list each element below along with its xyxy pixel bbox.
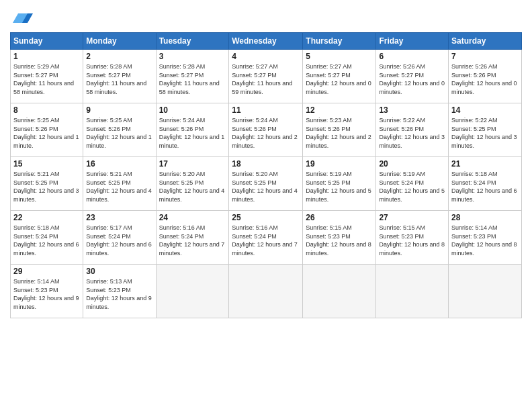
logo-icon xyxy=(13,7,33,27)
day-info: Sunrise: 5:22 AM Sunset: 5:25 PM Dayligh… xyxy=(451,116,519,150)
day-info: Sunrise: 5:24 AM Sunset: 5:26 PM Dayligh… xyxy=(232,116,300,150)
day-number: 18 xyxy=(232,159,300,169)
day-info: Sunrise: 5:26 AM Sunset: 5:27 PM Dayligh… xyxy=(379,62,445,96)
day-number: 27 xyxy=(379,213,445,222)
day-number: 13 xyxy=(379,105,445,115)
day-number: 9 xyxy=(86,105,152,115)
page: SundayMondayTuesdayWednesdayThursdayFrid… xyxy=(0,0,532,411)
day-info: Sunrise: 5:25 AM Sunset: 5:26 PM Dayligh… xyxy=(13,116,80,150)
day-of-week-header: Sunday xyxy=(11,33,83,50)
day-number: 11 xyxy=(232,105,300,115)
calendar-day-cell: 19 Sunrise: 5:19 AM Sunset: 5:25 PM Dayl… xyxy=(303,157,376,211)
day-info: Sunrise: 5:24 AM Sunset: 5:26 PM Dayligh… xyxy=(159,116,226,150)
day-info: Sunrise: 5:26 AM Sunset: 5:26 PM Dayligh… xyxy=(451,62,519,96)
day-number: 25 xyxy=(232,213,300,222)
day-number: 26 xyxy=(306,213,373,222)
day-of-week-header: Friday xyxy=(376,33,449,50)
day-info: Sunrise: 5:25 AM Sunset: 5:26 PM Dayligh… xyxy=(86,116,152,150)
day-info: Sunrise: 5:19 AM Sunset: 5:25 PM Dayligh… xyxy=(306,170,373,203)
day-number: 14 xyxy=(451,105,519,115)
day-info: Sunrise: 5:20 AM Sunset: 5:25 PM Dayligh… xyxy=(232,170,300,203)
day-number: 20 xyxy=(379,159,445,169)
day-info: Sunrise: 5:16 AM Sunset: 5:24 PM Dayligh… xyxy=(159,224,226,257)
day-of-week-header: Thursday xyxy=(303,33,376,50)
calendar-day-cell: 9 Sunrise: 5:25 AM Sunset: 5:26 PM Dayli… xyxy=(83,103,156,157)
calendar-day-cell: 23 Sunrise: 5:17 AM Sunset: 5:24 PM Dayl… xyxy=(83,211,156,265)
calendar-week-row: 29 Sunrise: 5:14 AM Sunset: 5:23 PM Dayl… xyxy=(11,265,522,318)
calendar-week-row: 1 Sunrise: 5:29 AM Sunset: 5:27 PM Dayli… xyxy=(11,50,522,103)
calendar-day-cell: 7 Sunrise: 5:26 AM Sunset: 5:26 PM Dayli… xyxy=(449,50,522,103)
day-number: 29 xyxy=(13,267,80,276)
day-info: Sunrise: 5:28 AM Sunset: 5:27 PM Dayligh… xyxy=(159,62,226,96)
day-info: Sunrise: 5:28 AM Sunset: 5:27 PM Dayligh… xyxy=(86,62,152,96)
day-info: Sunrise: 5:21 AM Sunset: 5:25 PM Dayligh… xyxy=(13,170,80,203)
day-number: 7 xyxy=(451,52,519,61)
day-info: Sunrise: 5:23 AM Sunset: 5:26 PM Dayligh… xyxy=(306,116,373,150)
day-info: Sunrise: 5:22 AM Sunset: 5:26 PM Dayligh… xyxy=(379,116,445,150)
calendar-day-cell xyxy=(376,265,449,318)
day-number: 5 xyxy=(306,52,373,61)
calendar-day-cell xyxy=(303,265,376,318)
day-number: 16 xyxy=(86,159,152,169)
day-info: Sunrise: 5:14 AM Sunset: 5:23 PM Dayligh… xyxy=(451,224,519,257)
day-info: Sunrise: 5:15 AM Sunset: 5:23 PM Dayligh… xyxy=(306,224,373,257)
day-of-week-header: Monday xyxy=(83,33,156,50)
calendar-day-cell xyxy=(449,265,522,318)
calendar-day-cell xyxy=(229,265,303,318)
calendar-week-row: 15 Sunrise: 5:21 AM Sunset: 5:25 PM Dayl… xyxy=(11,157,522,211)
day-info: Sunrise: 5:29 AM Sunset: 5:27 PM Dayligh… xyxy=(13,62,80,96)
calendar-day-cell: 16 Sunrise: 5:21 AM Sunset: 5:25 PM Dayl… xyxy=(83,157,156,211)
day-number: 28 xyxy=(451,213,519,222)
calendar-header-row: SundayMondayTuesdayWednesdayThursdayFrid… xyxy=(11,33,522,50)
calendar-day-cell: 2 Sunrise: 5:28 AM Sunset: 5:27 PM Dayli… xyxy=(83,50,156,103)
day-info: Sunrise: 5:16 AM Sunset: 5:24 PM Dayligh… xyxy=(232,224,300,257)
day-info: Sunrise: 5:20 AM Sunset: 5:25 PM Dayligh… xyxy=(159,170,226,203)
calendar-day-cell: 12 Sunrise: 5:23 AM Sunset: 5:26 PM Dayl… xyxy=(303,103,376,157)
day-number: 12 xyxy=(306,105,373,115)
calendar-day-cell: 27 Sunrise: 5:15 AM Sunset: 5:23 PM Dayl… xyxy=(376,211,449,265)
calendar-day-cell: 3 Sunrise: 5:28 AM Sunset: 5:27 PM Dayli… xyxy=(156,50,229,103)
day-info: Sunrise: 5:15 AM Sunset: 5:23 PM Dayligh… xyxy=(379,224,445,257)
calendar-day-cell: 24 Sunrise: 5:16 AM Sunset: 5:24 PM Dayl… xyxy=(156,211,229,265)
day-number: 4 xyxy=(232,52,300,61)
calendar-day-cell: 18 Sunrise: 5:20 AM Sunset: 5:25 PM Dayl… xyxy=(229,157,303,211)
day-number: 2 xyxy=(86,52,152,61)
day-number: 17 xyxy=(159,159,226,169)
day-number: 19 xyxy=(306,159,373,169)
calendar-day-cell: 13 Sunrise: 5:22 AM Sunset: 5:26 PM Dayl… xyxy=(376,103,449,157)
calendar-day-cell: 8 Sunrise: 5:25 AM Sunset: 5:26 PM Dayli… xyxy=(11,103,83,157)
day-number: 24 xyxy=(159,213,226,222)
day-number: 1 xyxy=(13,52,80,61)
calendar-day-cell: 29 Sunrise: 5:14 AM Sunset: 5:23 PM Dayl… xyxy=(11,265,83,318)
day-info: Sunrise: 5:27 AM Sunset: 5:27 PM Dayligh… xyxy=(232,62,300,96)
calendar-day-cell: 17 Sunrise: 5:20 AM Sunset: 5:25 PM Dayl… xyxy=(156,157,229,211)
calendar-day-cell: 25 Sunrise: 5:16 AM Sunset: 5:24 PM Dayl… xyxy=(229,211,303,265)
day-number: 21 xyxy=(451,159,519,169)
calendar-day-cell: 22 Sunrise: 5:18 AM Sunset: 5:24 PM Dayl… xyxy=(11,211,83,265)
day-number: 30 xyxy=(86,267,152,276)
calendar-day-cell: 11 Sunrise: 5:24 AM Sunset: 5:26 PM Dayl… xyxy=(229,103,303,157)
day-of-week-header: Saturday xyxy=(449,33,522,50)
calendar-day-cell xyxy=(156,265,229,318)
day-info: Sunrise: 5:14 AM Sunset: 5:23 PM Dayligh… xyxy=(13,277,80,311)
calendar-day-cell: 15 Sunrise: 5:21 AM Sunset: 5:25 PM Dayl… xyxy=(11,157,83,211)
day-number: 8 xyxy=(13,105,80,115)
day-info: Sunrise: 5:19 AM Sunset: 5:24 PM Dayligh… xyxy=(379,170,445,203)
day-info: Sunrise: 5:13 AM Sunset: 5:23 PM Dayligh… xyxy=(86,277,152,311)
calendar-day-cell: 5 Sunrise: 5:27 AM Sunset: 5:27 PM Dayli… xyxy=(303,50,376,103)
calendar-day-cell: 1 Sunrise: 5:29 AM Sunset: 5:27 PM Dayli… xyxy=(11,50,83,103)
day-info: Sunrise: 5:18 AM Sunset: 5:24 PM Dayligh… xyxy=(451,170,519,203)
day-number: 6 xyxy=(379,52,445,61)
day-info: Sunrise: 5:17 AM Sunset: 5:24 PM Dayligh… xyxy=(86,224,152,257)
calendar-day-cell: 6 Sunrise: 5:26 AM Sunset: 5:27 PM Dayli… xyxy=(376,50,449,103)
calendar-day-cell: 10 Sunrise: 5:24 AM Sunset: 5:26 PM Dayl… xyxy=(156,103,229,157)
calendar-day-cell: 4 Sunrise: 5:27 AM Sunset: 5:27 PM Dayli… xyxy=(229,50,303,103)
calendar-day-cell: 30 Sunrise: 5:13 AM Sunset: 5:23 PM Dayl… xyxy=(83,265,156,318)
calendar-day-cell: 26 Sunrise: 5:15 AM Sunset: 5:23 PM Dayl… xyxy=(303,211,376,265)
day-number: 22 xyxy=(13,213,80,222)
day-number: 3 xyxy=(159,52,226,61)
day-info: Sunrise: 5:18 AM Sunset: 5:24 PM Dayligh… xyxy=(13,224,80,257)
calendar-day-cell: 20 Sunrise: 5:19 AM Sunset: 5:24 PM Dayl… xyxy=(376,157,449,211)
calendar-table: SundayMondayTuesdayWednesdayThursdayFrid… xyxy=(10,32,522,318)
day-of-week-header: Tuesday xyxy=(156,33,229,50)
